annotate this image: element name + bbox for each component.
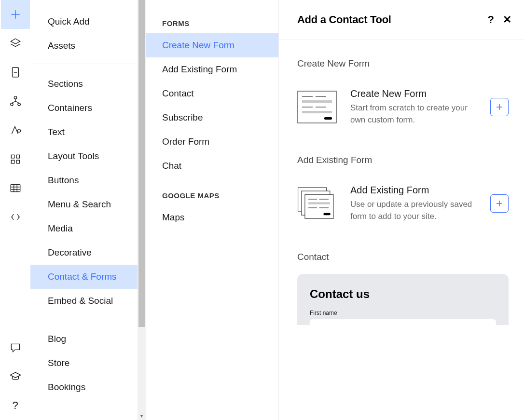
plus-icon [9, 8, 22, 21]
svg-point-6 [10, 103, 13, 106]
category-media[interactable]: Media [30, 217, 146, 241]
sub-contact[interactable]: Contact [146, 81, 278, 106]
category-quick-add[interactable]: Quick Add [30, 10, 146, 34]
rail-pages[interactable] [1, 58, 30, 87]
category-menu-search[interactable]: Menu & Search [30, 192, 146, 217]
category-contact-forms[interactable]: Contact & Forms [30, 265, 146, 289]
help-icon[interactable]: ? [488, 14, 494, 25]
category-assets[interactable]: Assets [30, 34, 146, 58]
plus-icon [495, 103, 504, 111]
svg-rect-32 [308, 203, 330, 204]
svg-rect-24 [324, 117, 332, 120]
form-existing-icon [297, 187, 337, 220]
add-button[interactable] [490, 98, 509, 116]
rail-learn[interactable] [1, 362, 30, 391]
sub-order-form[interactable]: Order Form [146, 130, 278, 154]
apps-icon [9, 153, 22, 165]
detail-title: Add a Contact Tool [297, 14, 479, 26]
plus-icon [495, 199, 504, 208]
card-title: Create New Form [350, 88, 477, 99]
card-subtitle: Start from scratch to create your own cu… [350, 102, 477, 126]
category-layout[interactable]: Layout Tools [30, 144, 146, 168]
svg-point-7 [17, 103, 20, 106]
category-sections[interactable]: Sections [30, 72, 146, 96]
icon-rail: ? [0, 0, 30, 420]
close-icon[interactable]: ✕ [503, 14, 511, 25]
subcategories-panel: FORMS Create New Form Add Existing Form … [146, 0, 279, 420]
svg-rect-12 [11, 184, 20, 191]
scrollbar[interactable]: ▾ [138, 0, 146, 420]
form-new-icon [297, 91, 337, 123]
sub-maps[interactable]: Maps [146, 205, 278, 230]
categories-panel: Quick Add Assets Sections Containers Tex… [30, 0, 146, 420]
section-heading-contact: Contact [297, 252, 509, 262]
category-containers[interactable]: Containers [30, 96, 146, 120]
svg-rect-11 [16, 160, 19, 163]
rail-comments[interactable] [1, 333, 30, 362]
card-title: Add Existing Form [350, 185, 477, 196]
table-icon [9, 182, 22, 194]
section-heading-existing: Add Existing Form [297, 155, 509, 165]
category-decorative[interactable]: Decorative [30, 241, 146, 265]
rail-dev[interactable] [1, 203, 30, 231]
subgroup-title-maps: GOOGLE MAPS [146, 191, 278, 205]
card-subtitle: Use or update a previously saved form to… [350, 199, 477, 222]
category-buttons[interactable]: Buttons [30, 168, 146, 192]
svg-rect-8 [11, 155, 14, 158]
subgroup-title-forms: FORMS [146, 19, 278, 33]
rail-apps[interactable] [1, 145, 30, 174]
detail-header: Add a Contact Tool ? ✕ [279, 0, 524, 40]
rail-add[interactable] [1, 0, 30, 29]
sub-create-new-form[interactable]: Create New Form [146, 33, 278, 57]
contact-preview[interactable]: Contact us First name [297, 274, 509, 325]
sub-subscribe[interactable]: Subscribe [146, 106, 278, 130]
sitemap-icon [9, 95, 22, 108]
rail-design[interactable] [1, 116, 30, 145]
divider [30, 319, 146, 319]
card-create-new-form[interactable]: Create New Form Start from scratch to cr… [297, 88, 509, 126]
page-icon [9, 66, 22, 79]
category-bookings[interactable]: Bookings [30, 375, 146, 399]
category-blog[interactable]: Blog [30, 327, 146, 351]
preview-title: Contact us [310, 287, 496, 301]
learn-icon [9, 370, 22, 383]
detail-body: Create New Form Create New Form Start fr… [279, 40, 524, 325]
category-store[interactable]: Store [30, 351, 146, 375]
svg-rect-23 [302, 111, 332, 113]
preview-input [310, 319, 496, 325]
code-icon [9, 211, 22, 223]
svg-rect-10 [11, 160, 14, 163]
rail-cms[interactable] [1, 174, 30, 203]
layers-icon [9, 37, 22, 50]
rail-help[interactable]: ? [1, 391, 30, 420]
scrollbar-down-icon[interactable]: ▾ [138, 412, 146, 420]
sub-chat[interactable]: Chat [146, 154, 278, 178]
svg-rect-35 [323, 213, 330, 215]
preview-field-label: First name [310, 310, 496, 316]
detail-panel: Add a Contact Tool ? ✕ Create New Form [279, 0, 524, 420]
section-heading-create: Create New Form [297, 58, 509, 69]
rail-layers[interactable] [1, 29, 30, 58]
svg-rect-20 [302, 100, 332, 103]
sub-add-existing-form[interactable]: Add Existing Form [146, 57, 278, 81]
brush-icon [9, 124, 22, 136]
chat-icon [9, 341, 22, 354]
divider [30, 64, 146, 64]
rail-site[interactable] [1, 87, 30, 116]
scrollbar-thumb[interactable] [138, 0, 145, 327]
svg-point-5 [14, 96, 16, 99]
svg-marker-2 [11, 39, 20, 44]
card-add-existing-form[interactable]: Add Existing Form Use or update a previo… [297, 185, 509, 222]
svg-rect-9 [16, 155, 19, 158]
category-embed-social[interactable]: Embed & Social [30, 289, 146, 313]
category-text[interactable]: Text [30, 120, 146, 144]
help-icon: ? [12, 399, 18, 412]
add-button[interactable] [490, 194, 509, 213]
